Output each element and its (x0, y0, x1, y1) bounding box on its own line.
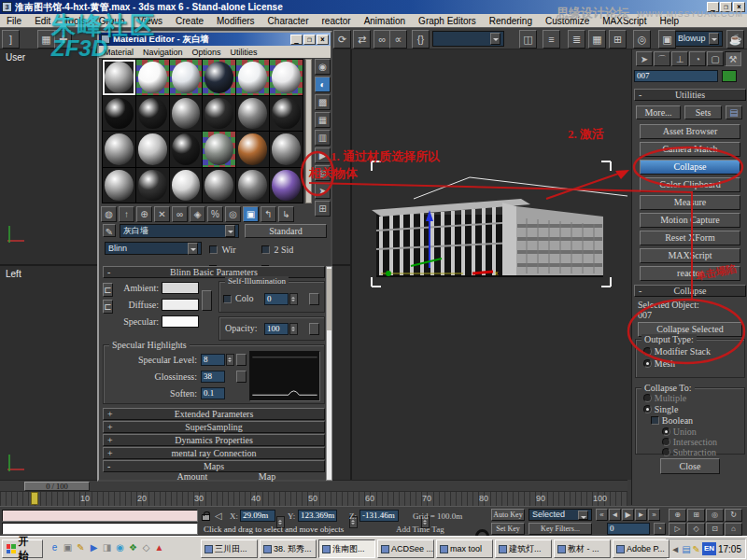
material-options-icon[interactable]: ◎ (315, 165, 331, 181)
material-sample-slot[interactable] (136, 132, 169, 167)
viewport-nav-button[interactable]: ◇ (687, 523, 705, 536)
show-map-in-viewport-icon[interactable]: ◎ (225, 206, 241, 222)
reset-map-icon[interactable]: ✕ (154, 206, 170, 222)
taskbar-task[interactable]: 教材 - ... (554, 539, 611, 558)
close-button[interactable]: × (733, 2, 745, 12)
dropdown-arrow-icon[interactable] (578, 511, 588, 520)
material-sample-slot[interactable] (103, 96, 135, 132)
layers-icon[interactable]: ≣ (568, 30, 585, 49)
radio-single[interactable]: Single (643, 404, 678, 414)
utility-config-icon[interactable]: ▤ (726, 105, 742, 119)
taskbar-task[interactable]: 建筑灯... (495, 539, 552, 558)
quick-launch-icon[interactable]: e (49, 540, 61, 555)
quick-launch-icon[interactable]: ◉ (114, 540, 126, 555)
quick-launch-icon[interactable]: ◇ (140, 540, 152, 555)
curve-editor-icon[interactable]: ▦ (588, 30, 606, 49)
y-coord-field[interactable]: 123.369m (298, 510, 337, 522)
bind-spacewarp-icon[interactable]: {} (412, 30, 430, 49)
material-editor-icon[interactable]: ◎ (633, 30, 651, 49)
utility-button-motion-capture[interactable]: Motion Capture (640, 213, 740, 228)
material-sample-slot[interactable] (170, 96, 203, 132)
minimize-button[interactable]: _ (707, 2, 719, 12)
material-sample-slot[interactable] (203, 132, 235, 167)
show-end-result-icon[interactable]: ▣ (243, 206, 259, 222)
maximize-button[interactable]: ❐ (720, 2, 732, 12)
menu-item-customize[interactable]: Customize (539, 16, 596, 26)
tab-create-icon[interactable]: ➤ (636, 51, 653, 66)
eyedropper-icon[interactable]: ✎ (103, 224, 116, 237)
rollout-mental-ray-connection[interactable]: +mental ray Connection (103, 447, 325, 459)
material-sample-slot[interactable] (103, 132, 135, 167)
maximize-button[interactable]: ❐ (303, 35, 316, 45)
make-preview-icon[interactable]: ▶ (315, 147, 331, 163)
shader-dropdown[interactable]: Blinn (105, 242, 202, 255)
material-sample-slot[interactable] (170, 168, 203, 203)
utility-button-reactor[interactable]: reactor (640, 266, 740, 281)
select-by-material-icon[interactable]: ➤ (315, 183, 331, 199)
dropdown-arrow-icon[interactable] (709, 33, 719, 45)
align-icon[interactable]: ≡ (543, 30, 560, 49)
me-menu-material[interactable]: Material (99, 48, 138, 57)
tray-icon[interactable]: ✎ (693, 544, 700, 554)
utility-button-collapse[interactable]: Collapse (640, 160, 740, 175)
material-type-button[interactable]: Standard (245, 224, 327, 238)
material-sample-slot[interactable] (203, 168, 235, 203)
utility-button-color-clipboard[interactable]: Color Clipboard (640, 177, 740, 192)
snap-toggle-icon[interactable]: ▦ (37, 30, 55, 49)
boolean-checkbox[interactable]: Boolean (651, 415, 693, 426)
menu-item-rendering[interactable]: Rendering (483, 16, 539, 26)
playback-button[interactable]: » (648, 509, 660, 521)
selection-filter-dropdown[interactable] (432, 31, 504, 47)
material-sample-slot[interactable] (203, 60, 235, 95)
me-menu-utilities[interactable]: Utilities (226, 48, 262, 57)
object-color-swatch[interactable] (722, 70, 737, 82)
sets-button[interactable]: Sets (684, 105, 722, 119)
z-coord-field[interactable]: -131.46m (359, 510, 399, 522)
viewport-nav-button[interactable]: ⊞ (687, 509, 705, 522)
rollout-supersampling[interactable]: +SuperSampling (103, 421, 325, 433)
taskbar-task[interactable]: 38. 郑秀... (260, 539, 317, 558)
specular-level-value[interactable]: 8 (201, 354, 225, 366)
menu-item-edit[interactable]: Edit (28, 16, 57, 26)
material-sample-slot[interactable] (103, 60, 135, 95)
menu-item-animation[interactable]: Animation (358, 16, 412, 26)
tab-utilities-icon[interactable]: ⚒ (725, 51, 741, 66)
ambient-diffuse-lock-icon[interactable]: ⊏ (103, 283, 113, 297)
utility-button-asset-browser[interactable]: Asset Browser (640, 124, 740, 139)
material-sample-slot[interactable] (270, 168, 303, 203)
viewport-nav-button[interactable]: ⌂ (725, 523, 742, 536)
viewport-divider-vertical[interactable] (350, 49, 352, 480)
opacity-map-button[interactable] (309, 323, 319, 335)
menu-item-tools[interactable]: Tools (57, 16, 92, 26)
start-button[interactable]: 开始 (2, 539, 43, 558)
self-illum-map-button[interactable] (309, 293, 319, 305)
menu-item-group[interactable]: Group (92, 16, 132, 26)
render-type-dropdown[interactable]: Blowup (674, 31, 723, 47)
dropdown-arrow-icon[interactable] (225, 225, 235, 237)
language-indicator[interactable]: EN (702, 542, 716, 555)
make-unique-icon[interactable]: ∞ (172, 206, 188, 222)
rotate-icon[interactable]: ⟳ (333, 30, 351, 49)
lock-map-button[interactable] (202, 290, 212, 311)
quick-launch-icon[interactable]: ◨ (101, 540, 113, 555)
get-material-icon[interactable]: ◍ (101, 206, 117, 222)
shader-flag-0[interactable]: Wir (209, 240, 261, 257)
menu-item-views[interactable]: Views (132, 16, 170, 26)
taskbar-task[interactable]: Adobe P... (613, 539, 669, 558)
schematic-view-icon[interactable]: ⊞ (609, 30, 627, 49)
material-editor-scrollbar[interactable] (326, 266, 332, 481)
material-sample-slot[interactable] (270, 132, 303, 167)
tab-hierarchy-icon[interactable]: ⊥ (671, 51, 688, 66)
current-frame-field[interactable]: 0 (607, 523, 650, 535)
dropdown-arrow-icon[interactable] (188, 243, 198, 255)
material-sample-slot[interactable] (136, 96, 169, 132)
glossiness-map-button[interactable] (236, 371, 247, 383)
menu-item-graph-editors[interactable]: Graph Editors (412, 16, 483, 26)
quick-launch-icon[interactable]: ✎ (75, 540, 87, 555)
material-sample-slot[interactable] (236, 132, 269, 167)
menu-item-maxscript[interactable]: MAXScript (596, 16, 653, 26)
taskbar-task[interactable]: 三川田... (201, 539, 258, 558)
effects-channel-icon[interactable]: % (207, 206, 223, 222)
material-sample-slot[interactable] (236, 96, 269, 132)
viewport-nav-button[interactable]: ◎ (706, 509, 724, 522)
